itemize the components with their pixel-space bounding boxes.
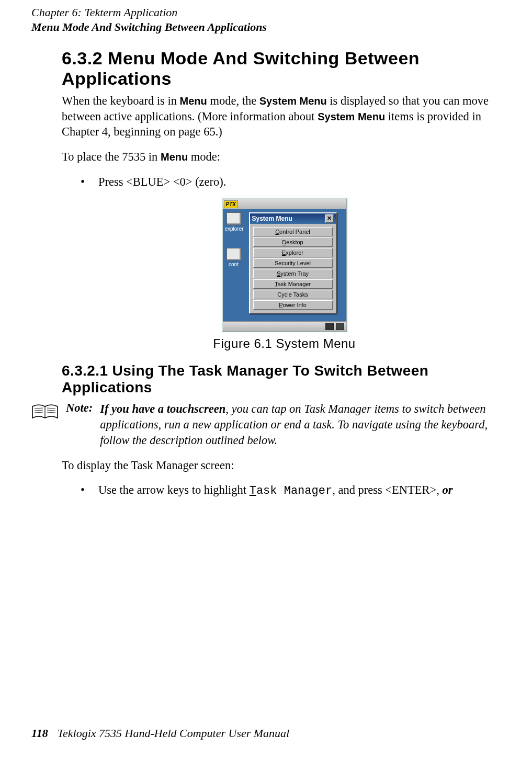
or-word: or xyxy=(443,483,453,496)
figure-caption: Figure 6.1 System Menu xyxy=(62,336,507,351)
item-text: xplorer xyxy=(286,250,303,256)
mnemonic: P xyxy=(279,302,282,308)
menu-item-task-manager[interactable]: Task Manager xyxy=(253,279,333,289)
mnemonic: C xyxy=(275,229,279,235)
system-menu-window: System Menu ✕ Control Panel Desktop Expl… xyxy=(249,212,337,314)
system-menu-word: System Menu xyxy=(259,95,327,107)
menu-item-power-info[interactable]: Power Info xyxy=(253,300,333,310)
item-text: ask Manager xyxy=(277,281,311,287)
chapter-label: Chapter 6: Tekterm Application xyxy=(31,6,177,19)
book-icon xyxy=(31,402,59,422)
pda-statusbar xyxy=(223,321,346,331)
menu-item-system-tray[interactable]: System Tray xyxy=(253,269,333,278)
text-run: mode, the xyxy=(207,94,259,107)
system-menu-titlebar: System Menu ✕ xyxy=(250,213,336,224)
menu-item-cycle-tasks[interactable]: Cycle Tasks xyxy=(253,290,333,299)
mono-rest: ask Manager xyxy=(256,484,332,497)
menu-item-desktop[interactable]: Desktop xyxy=(253,237,333,247)
item-text: Security Level xyxy=(275,260,311,266)
pda-desktop: explorer cont System Menu ✕ Control Pane… xyxy=(223,209,346,321)
content-area: 6.3.2 Menu Mode And Switching Between Ap… xyxy=(62,48,507,506)
item-text: Cycle Tasks xyxy=(277,291,308,298)
note-text: If you have a touchscreen, you can tap o… xyxy=(100,401,507,448)
note-lead-bold: If you have a touchscreen xyxy=(100,402,225,415)
folder-icon xyxy=(227,212,241,225)
icon-label: cont xyxy=(229,262,239,267)
task-manager-mono: Task Manager xyxy=(250,484,332,497)
page-number: 118 xyxy=(31,727,48,740)
paragraph-1: When the keyboard is in Menu mode, the S… xyxy=(62,93,507,140)
menu-item-security-level[interactable]: Security Level xyxy=(253,258,333,268)
running-header: Chapter 6: Tekterm Application Menu Mode… xyxy=(31,5,267,34)
heading-6-3-2: 6.3.2 Menu Mode And Switching Between Ap… xyxy=(62,48,507,89)
ptx-badge: PTX xyxy=(224,200,238,208)
text-run: To place the 7535 in xyxy=(62,150,161,163)
text-run: Use the arrow keys to highlight xyxy=(98,483,250,496)
page: Chapter 6: Tekterm Application Menu Mode… xyxy=(0,0,532,759)
figure-6-1: PTX explorer cont System Menu ✕ xyxy=(62,198,507,351)
heading-6-3-2-1: 6.3.2.1 Using The Task Manager To Switch… xyxy=(62,362,507,396)
menu-word: Menu xyxy=(180,95,207,107)
item-text: esktop xyxy=(286,239,303,245)
menu-word-2: Menu xyxy=(161,151,188,163)
footer-text: Teklogix 7535 Hand-Held Computer User Ma… xyxy=(58,727,289,740)
system-menu-word-2: System Menu xyxy=(318,111,385,122)
menu-item-control-panel[interactable]: Control Panel xyxy=(253,227,333,236)
desktop-icon-explorer: explorer xyxy=(225,212,243,232)
text-run: , and press <ENTER>, xyxy=(332,483,442,496)
item-text: ontrol Panel xyxy=(279,229,310,235)
note-label: Note: xyxy=(66,401,93,415)
page-footer: 118Teklogix 7535 Hand-Held Computer User… xyxy=(31,727,289,740)
note-block: Note: If you have a touchscreen, you can… xyxy=(62,401,507,448)
window-title: System Menu xyxy=(252,215,292,222)
item-text: ower Info xyxy=(283,302,307,308)
desktop-icon-cont: cont xyxy=(225,248,243,267)
paragraph-2: To place the 7535 in Menu mode: xyxy=(62,149,507,165)
bullet-list-1: Press <BLUE> <0> (zero). xyxy=(81,174,507,190)
system-menu-screenshot: PTX explorer cont System Menu ✕ xyxy=(222,198,347,332)
lock-icon xyxy=(325,323,334,330)
bullet-1: Press <BLUE> <0> (zero). xyxy=(81,174,507,190)
item-text: ystem Tray xyxy=(280,270,309,277)
menu-item-explorer[interactable]: Explorer xyxy=(253,248,333,257)
section-label: Menu Mode And Switching Between Applicat… xyxy=(31,20,267,33)
text-run: mode: xyxy=(188,150,220,163)
bullet-list-2: Use the arrow keys to highlight Task Man… xyxy=(81,482,507,499)
mnemonic: T xyxy=(250,484,256,497)
pda-taskbar: PTX xyxy=(223,199,346,209)
paragraph-3: To display the Task Manager screen: xyxy=(62,458,507,473)
system-menu-body: Control Panel Desktop Explorer Security … xyxy=(250,224,336,313)
close-icon[interactable]: ✕ xyxy=(325,214,334,223)
bullet-2: Use the arrow keys to highlight Task Man… xyxy=(81,482,507,499)
folder-icon xyxy=(227,248,241,260)
icon-label: explorer xyxy=(225,226,244,232)
text-run: When the keyboard is in xyxy=(62,94,180,107)
keyboard-icon xyxy=(336,323,344,330)
